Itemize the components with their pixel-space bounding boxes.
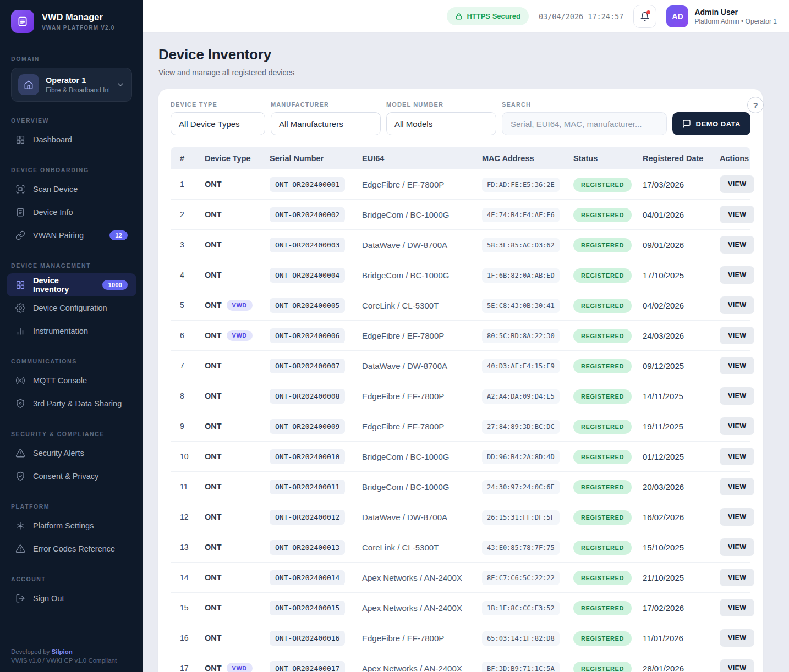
- actions-cell: VIEW: [720, 508, 754, 526]
- mac-address: 24:30:97:24:0C:6E: [482, 480, 560, 494]
- sidebar-item-mqtt-console[interactable]: MQTT Console: [7, 369, 136, 392]
- row-index: 11: [180, 482, 205, 491]
- row-index: 2: [180, 210, 205, 219]
- developer-link[interactable]: Silpion: [52, 648, 73, 655]
- status-badge: REGISTERED: [573, 631, 632, 646]
- device-table: # Device Type Serial Number EUI64 MAC Ad…: [171, 147, 750, 672]
- mac-cell: DD:96:B4:2A:8D:4D: [482, 451, 573, 461]
- sidebar-item-security-alerts[interactable]: Security Alerts: [7, 442, 136, 465]
- view-button[interactable]: VIEW: [720, 266, 754, 284]
- registered-date: 01/12/2025: [643, 452, 720, 461]
- manufacturer-select[interactable]: All Manufacturers: [271, 112, 381, 135]
- model-select[interactable]: All Models: [386, 112, 496, 135]
- serial-cell: ONT-OR202400017: [270, 663, 362, 672]
- https-secured-badge: HTTPS Secured: [447, 7, 529, 25]
- device-type-value: ONT: [205, 210, 222, 219]
- sidebar-item-error-codes-reference[interactable]: Error Codes Reference: [7, 537, 136, 560]
- serial-number: ONT-OR202400014: [270, 570, 345, 585]
- eui64-model: CoreLink / CL-5300T: [362, 543, 482, 552]
- demo-data-button[interactable]: DEMO DATA: [672, 112, 750, 135]
- user-menu[interactable]: AD Admin User Platform Admin • Operator …: [666, 5, 777, 27]
- status-cell: REGISTERED: [573, 331, 643, 340]
- view-button[interactable]: VIEW: [720, 478, 754, 495]
- sidebar-item-sign-out[interactable]: Sign Out: [7, 587, 136, 610]
- sidebar-item-dashboard[interactable]: Dashboard: [7, 128, 136, 151]
- demo-data-label: DEMO DATA: [696, 120, 741, 128]
- domain-selector[interactable]: Operator 1 Fibre & Broadband Inf: [11, 68, 132, 102]
- mac-address: 8E:C7:C6:5C:22:22: [482, 571, 560, 585]
- sidebar-item-label: Sign Out: [33, 594, 64, 603]
- warning-icon: [15, 448, 25, 458]
- sidebar-footer: Developed by Silpion VWIS v1.0 / VWKI CP…: [0, 641, 143, 672]
- sidebar-item-scan-device[interactable]: Scan Device: [7, 178, 136, 201]
- domain-description: Fibre & Broadband Inf: [46, 86, 109, 94]
- sidebar-item-platform-settings[interactable]: Platform Settings: [7, 514, 136, 537]
- notifications-button[interactable]: [633, 5, 656, 28]
- status-badge: REGISTERED: [573, 480, 632, 494]
- status-badge: REGISTERED: [573, 178, 632, 192]
- device-type-select[interactable]: All Device Types: [171, 112, 265, 135]
- domain-name: Operator 1: [46, 76, 109, 85]
- table-row: 6 ONTVWD ONT-OR202400006 EdgeFibre / EF-…: [171, 321, 750, 351]
- view-button[interactable]: VIEW: [720, 659, 754, 672]
- view-button[interactable]: VIEW: [720, 387, 754, 405]
- col-index: #: [180, 154, 205, 163]
- view-button[interactable]: VIEW: [720, 448, 754, 465]
- search-input[interactable]: [502, 112, 667, 135]
- serial-cell: ONT-OR202400002: [270, 210, 362, 219]
- house-icon: [18, 74, 39, 95]
- view-button[interactable]: VIEW: [720, 569, 754, 586]
- row-index: 3: [180, 240, 205, 249]
- section-label: ACCOUNT: [0, 576, 143, 582]
- chat-bubble-icon: [682, 119, 691, 128]
- sidebar-item-instrumentation[interactable]: Instrumentation: [7, 320, 136, 343]
- view-button[interactable]: VIEW: [720, 206, 754, 223]
- device-type-value: ONT: [205, 301, 222, 310]
- sidebar-item-vwan-pairing[interactable]: VWAN Pairing12: [7, 224, 136, 247]
- view-button[interactable]: VIEW: [720, 175, 754, 193]
- sidebar-item-3rd-party-data-sharing[interactable]: 3rd Party & Data Sharing: [7, 392, 136, 415]
- sidebar-item-label: Error Codes Reference: [33, 544, 115, 553]
- inventory-card: ? DEVICE TYPE All Device Types MANUFACTU…: [158, 89, 763, 672]
- help-button[interactable]: ?: [747, 97, 764, 113]
- device-type-value: ONT: [205, 331, 222, 340]
- sidebar-item-label: VWAN Pairing: [33, 231, 84, 240]
- status-cell: REGISTERED: [573, 300, 643, 310]
- device-type-value: ONT: [205, 422, 222, 431]
- row-index: 16: [180, 634, 205, 642]
- grid-icon: [15, 280, 25, 290]
- view-button[interactable]: VIEW: [720, 599, 754, 616]
- device-type-cell: ONT: [205, 271, 270, 279]
- section-label: DEVICE ONBOARDING: [0, 167, 143, 173]
- serial-number: ONT-OR202400003: [270, 238, 345, 252]
- eui64-model: DataWave / DW-8700A: [362, 361, 482, 371]
- view-button[interactable]: VIEW: [720, 236, 754, 254]
- actions-cell: VIEW: [720, 417, 754, 435]
- status-badge: REGISTERED: [573, 329, 632, 343]
- status-cell: REGISTERED: [573, 240, 643, 250]
- sidebar-item-device-inventory[interactable]: Device Inventory1000: [7, 273, 136, 296]
- view-button[interactable]: VIEW: [720, 296, 754, 314]
- view-button[interactable]: VIEW: [720, 508, 754, 526]
- warning-icon: [15, 544, 25, 554]
- view-button[interactable]: VIEW: [720, 538, 754, 556]
- page-subtitle: View and manage all registered devices: [158, 68, 763, 77]
- device-type-value: ONT: [205, 271, 222, 279]
- view-button[interactable]: VIEW: [720, 357, 754, 374]
- topbar: HTTPS Secured 03/04/2026 17:24:57 AD Adm…: [143, 0, 789, 33]
- view-button[interactable]: VIEW: [720, 327, 754, 344]
- sidebar-item-device-configuration[interactable]: Device Configuration: [7, 296, 136, 320]
- view-button[interactable]: VIEW: [720, 417, 754, 435]
- manufacturer-filter-label: MANUFACTURER: [271, 101, 381, 108]
- view-button[interactable]: VIEW: [720, 629, 754, 647]
- row-index: 10: [180, 452, 205, 461]
- mac-address: A2:A4:DA:09:D4:E5: [482, 389, 560, 404]
- serial-number: ONT-OR202400011: [270, 480, 345, 494]
- sidebar-item-device-info[interactable]: Device Info: [7, 201, 136, 224]
- registered-date: 17/02/2026: [643, 603, 720, 613]
- mac-address: 26:15:31:FF:DF:5F: [482, 510, 560, 525]
- device-type-value: ONT: [205, 543, 222, 552]
- serial-number: ONT-OR202400001: [270, 177, 345, 192]
- sidebar-item-consent-privacy[interactable]: Consent & Privacy: [7, 465, 136, 488]
- status-cell: REGISTERED: [573, 421, 643, 431]
